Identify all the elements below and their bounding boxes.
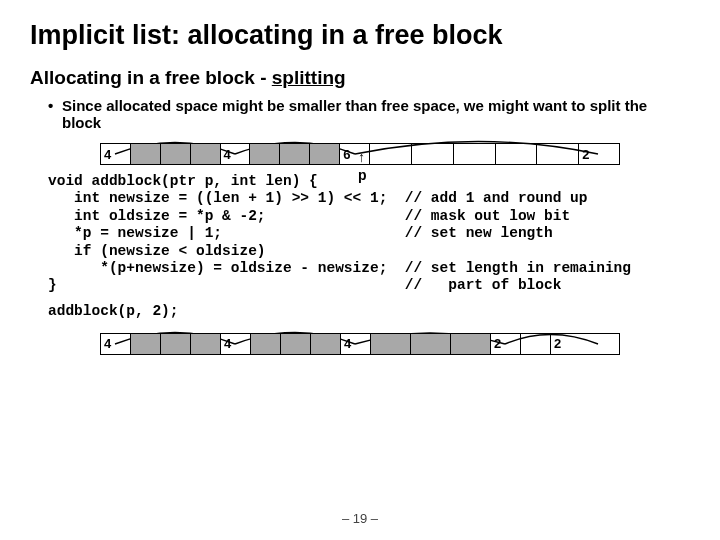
- page-number: – 19 –: [0, 511, 720, 526]
- memory-cell: [250, 144, 280, 164]
- memory-cell: [411, 334, 451, 354]
- call-code: addblock(p, 2);: [48, 303, 690, 319]
- memory-cell: [161, 334, 191, 354]
- memory-cell: [131, 334, 161, 354]
- diagram-before: 4462 ↑ p: [100, 143, 620, 165]
- memory-cell: 4: [221, 144, 251, 164]
- memory-cell: [370, 144, 412, 164]
- memory-cell: [131, 144, 161, 164]
- slide-title: Implicit list: allocating in a free bloc…: [30, 20, 690, 51]
- memory-cell: [371, 334, 411, 354]
- memory-cell: [454, 144, 496, 164]
- memory-cell: [281, 334, 311, 354]
- memory-cell: [451, 334, 491, 354]
- memory-cell: [191, 334, 221, 354]
- memory-cell: [161, 144, 191, 164]
- memory-cell: 4: [101, 334, 131, 354]
- memory-cell: [310, 144, 340, 164]
- memory-cell: [191, 144, 221, 164]
- memory-cell: [280, 144, 310, 164]
- code-block: void addblock(ptr p, int len) { int news…: [48, 173, 690, 295]
- memory-cell: 4: [341, 334, 371, 354]
- memory-cell: 2: [491, 334, 521, 354]
- memory-cell: [251, 334, 281, 354]
- memory-cell: [311, 334, 341, 354]
- memory-cell: 2: [551, 334, 591, 354]
- memory-cell: [496, 144, 538, 164]
- subtitle-underlined: splitting: [272, 67, 346, 88]
- memory-cell: 2: [579, 144, 619, 164]
- memory-cell: [537, 144, 579, 164]
- memory-cell: [412, 144, 454, 164]
- memory-cell: 4: [221, 334, 251, 354]
- diagram-after: 44422: [100, 333, 620, 355]
- memory-cell: 4: [101, 144, 131, 164]
- memory-cell: 6: [340, 144, 370, 164]
- bullet-point: Since allocated space might be smaller t…: [48, 97, 690, 131]
- memory-cell: [521, 334, 551, 354]
- slide-subtitle: Allocating in a free block - splitting: [30, 67, 690, 89]
- subtitle-prefix: Allocating in a free block -: [30, 67, 272, 88]
- pointer-label: p: [358, 167, 367, 183]
